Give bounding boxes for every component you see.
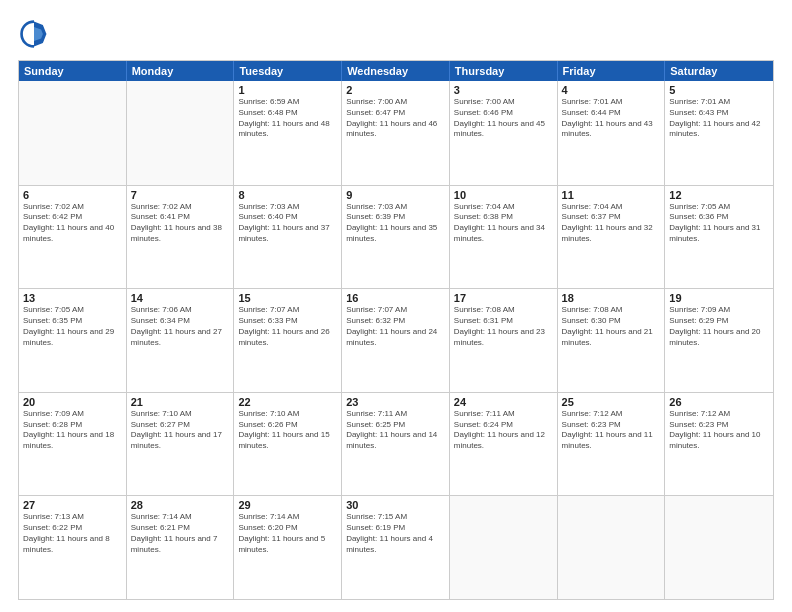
- day-number-11: 11: [562, 189, 661, 201]
- day-cell-19: 19Sunrise: 7:09 AM Sunset: 6:29 PM Dayli…: [665, 289, 773, 392]
- day-cell-10: 10Sunrise: 7:04 AM Sunset: 6:38 PM Dayli…: [450, 186, 558, 289]
- day-number-15: 15: [238, 292, 337, 304]
- day-info-27: Sunrise: 7:13 AM Sunset: 6:22 PM Dayligh…: [23, 512, 122, 555]
- day-cell-3: 3Sunrise: 7:00 AM Sunset: 6:46 PM Daylig…: [450, 81, 558, 185]
- day-cell-12: 12Sunrise: 7:05 AM Sunset: 6:36 PM Dayli…: [665, 186, 773, 289]
- day-info-23: Sunrise: 7:11 AM Sunset: 6:25 PM Dayligh…: [346, 409, 445, 452]
- day-number-28: 28: [131, 499, 230, 511]
- day-cell-4: 4Sunrise: 7:01 AM Sunset: 6:44 PM Daylig…: [558, 81, 666, 185]
- week-row-1: 1Sunrise: 6:59 AM Sunset: 6:48 PM Daylig…: [19, 81, 773, 185]
- day-info-12: Sunrise: 7:05 AM Sunset: 6:36 PM Dayligh…: [669, 202, 769, 245]
- day-info-16: Sunrise: 7:07 AM Sunset: 6:32 PM Dayligh…: [346, 305, 445, 348]
- day-cell-15: 15Sunrise: 7:07 AM Sunset: 6:33 PM Dayli…: [234, 289, 342, 392]
- day-info-20: Sunrise: 7:09 AM Sunset: 6:28 PM Dayligh…: [23, 409, 122, 452]
- day-number-18: 18: [562, 292, 661, 304]
- day-number-19: 19: [669, 292, 769, 304]
- week-row-5: 27Sunrise: 7:13 AM Sunset: 6:22 PM Dayli…: [19, 495, 773, 599]
- day-cell-23: 23Sunrise: 7:11 AM Sunset: 6:25 PM Dayli…: [342, 393, 450, 496]
- day-number-8: 8: [238, 189, 337, 201]
- calendar-body: 1Sunrise: 6:59 AM Sunset: 6:48 PM Daylig…: [19, 81, 773, 599]
- day-info-24: Sunrise: 7:11 AM Sunset: 6:24 PM Dayligh…: [454, 409, 553, 452]
- day-info-13: Sunrise: 7:05 AM Sunset: 6:35 PM Dayligh…: [23, 305, 122, 348]
- day-info-6: Sunrise: 7:02 AM Sunset: 6:42 PM Dayligh…: [23, 202, 122, 245]
- header: [18, 18, 774, 50]
- day-cell-5: 5Sunrise: 7:01 AM Sunset: 6:43 PM Daylig…: [665, 81, 773, 185]
- day-cell-24: 24Sunrise: 7:11 AM Sunset: 6:24 PM Dayli…: [450, 393, 558, 496]
- header-monday: Monday: [127, 61, 235, 81]
- empty-cell-w4d6: [665, 496, 773, 599]
- day-info-14: Sunrise: 7:06 AM Sunset: 6:34 PM Dayligh…: [131, 305, 230, 348]
- day-number-14: 14: [131, 292, 230, 304]
- day-info-8: Sunrise: 7:03 AM Sunset: 6:40 PM Dayligh…: [238, 202, 337, 245]
- empty-cell-w0d1: [127, 81, 235, 185]
- day-cell-9: 9Sunrise: 7:03 AM Sunset: 6:39 PM Daylig…: [342, 186, 450, 289]
- day-info-30: Sunrise: 7:15 AM Sunset: 6:19 PM Dayligh…: [346, 512, 445, 555]
- day-number-6: 6: [23, 189, 122, 201]
- day-info-7: Sunrise: 7:02 AM Sunset: 6:41 PM Dayligh…: [131, 202, 230, 245]
- calendar: Sunday Monday Tuesday Wednesday Thursday…: [18, 60, 774, 600]
- day-info-10: Sunrise: 7:04 AM Sunset: 6:38 PM Dayligh…: [454, 202, 553, 245]
- day-cell-18: 18Sunrise: 7:08 AM Sunset: 6:30 PM Dayli…: [558, 289, 666, 392]
- day-number-16: 16: [346, 292, 445, 304]
- day-number-25: 25: [562, 396, 661, 408]
- day-info-21: Sunrise: 7:10 AM Sunset: 6:27 PM Dayligh…: [131, 409, 230, 452]
- day-info-19: Sunrise: 7:09 AM Sunset: 6:29 PM Dayligh…: [669, 305, 769, 348]
- day-info-3: Sunrise: 7:00 AM Sunset: 6:46 PM Dayligh…: [454, 97, 553, 140]
- empty-cell-w4d5: [558, 496, 666, 599]
- day-number-27: 27: [23, 499, 122, 511]
- day-number-26: 26: [669, 396, 769, 408]
- week-row-4: 20Sunrise: 7:09 AM Sunset: 6:28 PM Dayli…: [19, 392, 773, 496]
- header-tuesday: Tuesday: [234, 61, 342, 81]
- day-number-5: 5: [669, 84, 769, 96]
- day-info-5: Sunrise: 7:01 AM Sunset: 6:43 PM Dayligh…: [669, 97, 769, 140]
- day-cell-28: 28Sunrise: 7:14 AM Sunset: 6:21 PM Dayli…: [127, 496, 235, 599]
- day-info-11: Sunrise: 7:04 AM Sunset: 6:37 PM Dayligh…: [562, 202, 661, 245]
- header-friday: Friday: [558, 61, 666, 81]
- day-number-30: 30: [346, 499, 445, 511]
- week-row-2: 6Sunrise: 7:02 AM Sunset: 6:42 PM Daylig…: [19, 185, 773, 289]
- day-number-12: 12: [669, 189, 769, 201]
- day-number-9: 9: [346, 189, 445, 201]
- day-number-22: 22: [238, 396, 337, 408]
- day-info-2: Sunrise: 7:00 AM Sunset: 6:47 PM Dayligh…: [346, 97, 445, 140]
- day-cell-29: 29Sunrise: 7:14 AM Sunset: 6:20 PM Dayli…: [234, 496, 342, 599]
- week-row-3: 13Sunrise: 7:05 AM Sunset: 6:35 PM Dayli…: [19, 288, 773, 392]
- day-cell-1: 1Sunrise: 6:59 AM Sunset: 6:48 PM Daylig…: [234, 81, 342, 185]
- day-cell-20: 20Sunrise: 7:09 AM Sunset: 6:28 PM Dayli…: [19, 393, 127, 496]
- day-cell-26: 26Sunrise: 7:12 AM Sunset: 6:23 PM Dayli…: [665, 393, 773, 496]
- day-number-1: 1: [238, 84, 337, 96]
- day-info-1: Sunrise: 6:59 AM Sunset: 6:48 PM Dayligh…: [238, 97, 337, 140]
- day-cell-22: 22Sunrise: 7:10 AM Sunset: 6:26 PM Dayli…: [234, 393, 342, 496]
- day-number-13: 13: [23, 292, 122, 304]
- day-info-26: Sunrise: 7:12 AM Sunset: 6:23 PM Dayligh…: [669, 409, 769, 452]
- day-number-3: 3: [454, 84, 553, 96]
- day-info-17: Sunrise: 7:08 AM Sunset: 6:31 PM Dayligh…: [454, 305, 553, 348]
- day-cell-11: 11Sunrise: 7:04 AM Sunset: 6:37 PM Dayli…: [558, 186, 666, 289]
- day-number-7: 7: [131, 189, 230, 201]
- day-number-2: 2: [346, 84, 445, 96]
- day-cell-7: 7Sunrise: 7:02 AM Sunset: 6:41 PM Daylig…: [127, 186, 235, 289]
- day-cell-16: 16Sunrise: 7:07 AM Sunset: 6:32 PM Dayli…: [342, 289, 450, 392]
- day-cell-30: 30Sunrise: 7:15 AM Sunset: 6:19 PM Dayli…: [342, 496, 450, 599]
- empty-cell-w4d4: [450, 496, 558, 599]
- day-cell-6: 6Sunrise: 7:02 AM Sunset: 6:42 PM Daylig…: [19, 186, 127, 289]
- header-wednesday: Wednesday: [342, 61, 450, 81]
- day-cell-21: 21Sunrise: 7:10 AM Sunset: 6:27 PM Dayli…: [127, 393, 235, 496]
- day-number-10: 10: [454, 189, 553, 201]
- calendar-header: Sunday Monday Tuesday Wednesday Thursday…: [19, 61, 773, 81]
- day-number-4: 4: [562, 84, 661, 96]
- day-number-29: 29: [238, 499, 337, 511]
- day-cell-13: 13Sunrise: 7:05 AM Sunset: 6:35 PM Dayli…: [19, 289, 127, 392]
- day-number-23: 23: [346, 396, 445, 408]
- day-info-28: Sunrise: 7:14 AM Sunset: 6:21 PM Dayligh…: [131, 512, 230, 555]
- header-thursday: Thursday: [450, 61, 558, 81]
- day-info-9: Sunrise: 7:03 AM Sunset: 6:39 PM Dayligh…: [346, 202, 445, 245]
- day-info-18: Sunrise: 7:08 AM Sunset: 6:30 PM Dayligh…: [562, 305, 661, 348]
- day-number-21: 21: [131, 396, 230, 408]
- day-info-4: Sunrise: 7:01 AM Sunset: 6:44 PM Dayligh…: [562, 97, 661, 140]
- logo-icon: [18, 18, 50, 50]
- page: Sunday Monday Tuesday Wednesday Thursday…: [0, 0, 792, 612]
- day-info-29: Sunrise: 7:14 AM Sunset: 6:20 PM Dayligh…: [238, 512, 337, 555]
- day-cell-8: 8Sunrise: 7:03 AM Sunset: 6:40 PM Daylig…: [234, 186, 342, 289]
- header-saturday: Saturday: [665, 61, 773, 81]
